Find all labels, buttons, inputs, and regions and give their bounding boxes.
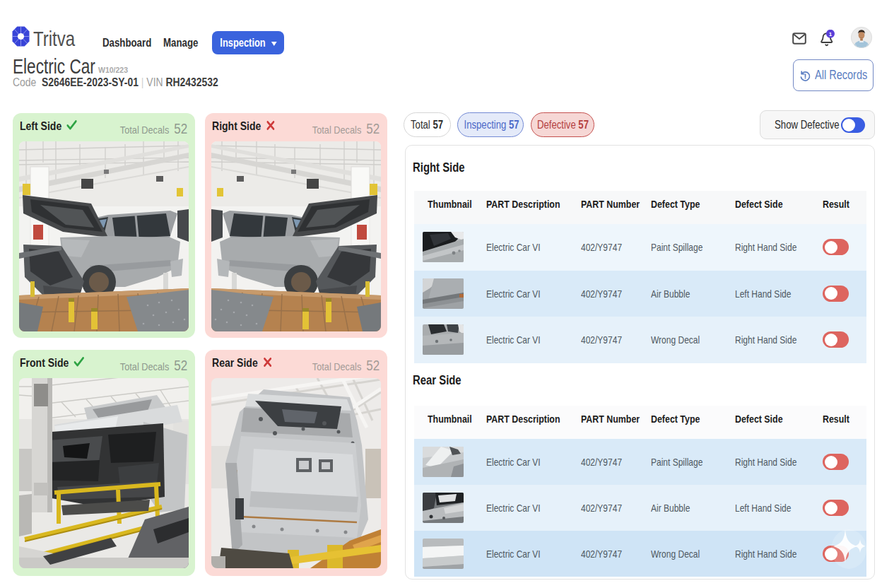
svg-text:1: 1 [829,31,833,37]
